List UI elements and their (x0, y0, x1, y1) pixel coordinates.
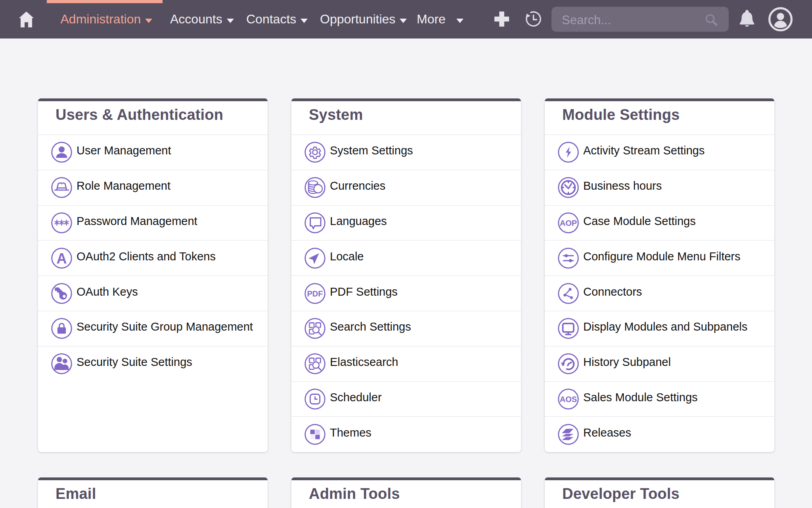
svg-text:AOP: AOP (560, 218, 577, 227)
svg-text:AOS: AOS (560, 394, 577, 403)
svg-text:A: A (57, 250, 67, 267)
svg-text:PDF: PDF (307, 289, 323, 298)
